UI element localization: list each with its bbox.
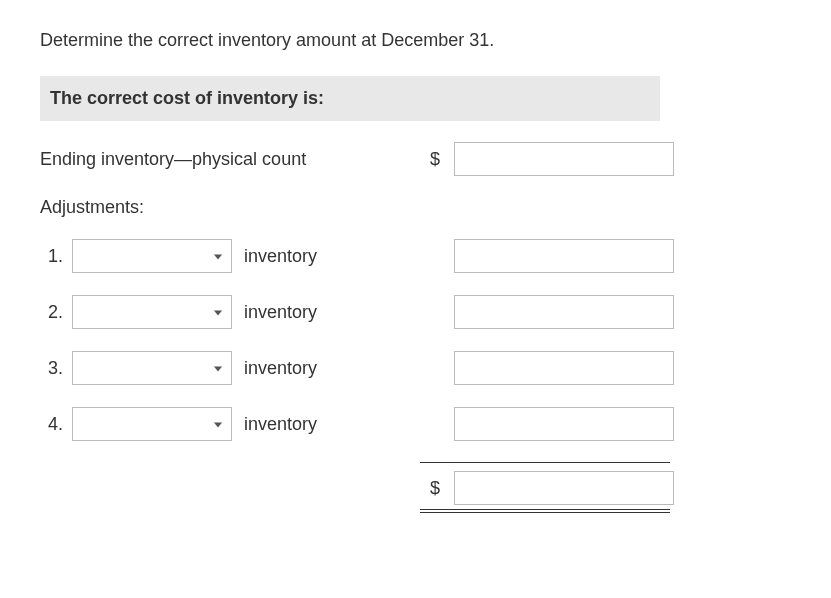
adjustment-row: 2. inventory — [40, 294, 791, 330]
currency-symbol: $ — [420, 149, 440, 170]
total-input[interactable] — [454, 471, 674, 505]
ending-inventory-row: Ending inventory—physical count $ — [40, 141, 791, 177]
adjustment-row: 1. inventory — [40, 238, 791, 274]
adjustment-amount-1[interactable] — [454, 239, 674, 273]
adjustments-label: Adjustments: — [40, 197, 791, 218]
adjustment-select-3[interactable] — [72, 351, 232, 385]
total-double-rule — [420, 509, 670, 513]
adjustment-select-4[interactable] — [72, 407, 232, 441]
adjustment-suffix: inventory — [244, 246, 317, 267]
adjustment-amount-3[interactable] — [454, 351, 674, 385]
adjustment-suffix: inventory — [244, 302, 317, 323]
adjustment-suffix: inventory — [244, 358, 317, 379]
adjustment-amount-2[interactable] — [454, 295, 674, 329]
adjustment-row: 3. inventory — [40, 350, 791, 386]
ending-inventory-label: Ending inventory—physical count — [40, 149, 306, 170]
adjustment-suffix: inventory — [244, 414, 317, 435]
adjustment-select-1[interactable] — [72, 239, 232, 273]
adjustment-number: 1. — [40, 246, 72, 267]
adjustment-number: 3. — [40, 358, 72, 379]
adjustment-select-2[interactable] — [72, 295, 232, 329]
instruction-text: Determine the correct inventory amount a… — [40, 30, 791, 51]
adjustment-amount-4[interactable] — [454, 407, 674, 441]
adjustment-number: 2. — [40, 302, 72, 323]
currency-symbol: $ — [420, 478, 440, 499]
section-header: The correct cost of inventory is: — [40, 76, 660, 121]
adjustment-row: 4. inventory — [40, 406, 791, 442]
adjustment-number: 4. — [40, 414, 72, 435]
subtotal-rule — [420, 462, 670, 463]
total-row: $ — [40, 471, 791, 505]
ending-inventory-input[interactable] — [454, 142, 674, 176]
